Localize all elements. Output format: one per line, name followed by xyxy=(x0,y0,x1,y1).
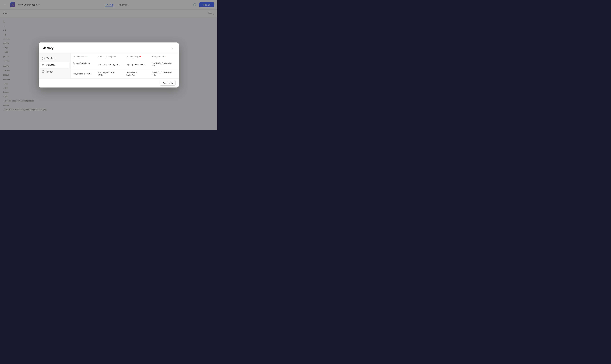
sidebar-item-label: Filebox xyxy=(46,70,53,73)
svg-rect-1 xyxy=(42,71,44,73)
app-background: ← K know your product ✎ Develop Analysis… xyxy=(0,0,217,130)
filebox-icon xyxy=(42,70,44,73)
cell-product-image: tos-maliva-i-3sotts7ts... xyxy=(123,69,150,78)
database-table: product_name• product_description produc… xyxy=(70,53,179,78)
cell-date-created: 2024-10-10 00:00:00 +0... xyxy=(150,69,179,78)
table-row: Etoupe Togo Birkin ... El Birkin 30 de T… xyxy=(70,60,179,69)
cell-product-image: https://p16-official-pl... xyxy=(123,60,150,69)
modal-footer: Reset data xyxy=(39,78,179,88)
sidebar-item-label: Variables xyxy=(46,57,55,60)
modal-table-area: product_name• product_description produc… xyxy=(70,53,179,78)
svg-point-0 xyxy=(42,64,44,65)
cell-product-name: PlayStation 5 (PS5) xyxy=(70,69,95,78)
cell-product-description: El Birkin 30 de Togo e... xyxy=(95,60,123,69)
cell-date-created: 2024-09-18 00:00:00 +0... xyxy=(150,60,179,69)
modal-overlay: Memory × (x) Variables xyxy=(0,0,217,130)
modal-sidebar: (x) Variables Database xyxy=(39,53,70,78)
database-icon xyxy=(42,64,44,66)
modal-title: Memory xyxy=(42,46,53,50)
cell-product-description: The PlayStation 5 (PS5... xyxy=(95,69,123,78)
modal-header: Memory × xyxy=(39,42,179,53)
table-row: PlayStation 5 (PS5) The PlayStation 5 (P… xyxy=(70,69,179,78)
memory-modal: Memory × (x) Variables xyxy=(39,42,179,88)
variables-icon: (x) xyxy=(42,57,45,60)
modal-close-button[interactable]: × xyxy=(170,46,175,51)
reset-data-button[interactable]: Reset data xyxy=(160,81,176,86)
sidebar-item-database[interactable]: Database xyxy=(40,62,69,68)
sidebar-item-variables[interactable]: (x) Variables xyxy=(40,55,69,61)
required-indicator: • xyxy=(87,55,87,58)
col-header-product-name: product_name• xyxy=(70,53,95,60)
col-header-product-image: product_image• xyxy=(123,53,150,60)
modal-body: (x) Variables Database xyxy=(39,53,179,78)
sidebar-item-label: Database xyxy=(46,64,55,66)
sidebar-item-filebox[interactable]: Filebox xyxy=(40,69,69,75)
required-indicator: • xyxy=(140,55,141,58)
cell-product-name: Etoupe Togo Birkin ... xyxy=(70,60,95,69)
required-indicator: • xyxy=(165,55,166,58)
col-header-date-created: date_created• xyxy=(150,53,179,60)
col-header-product-description: product_description xyxy=(95,53,123,60)
